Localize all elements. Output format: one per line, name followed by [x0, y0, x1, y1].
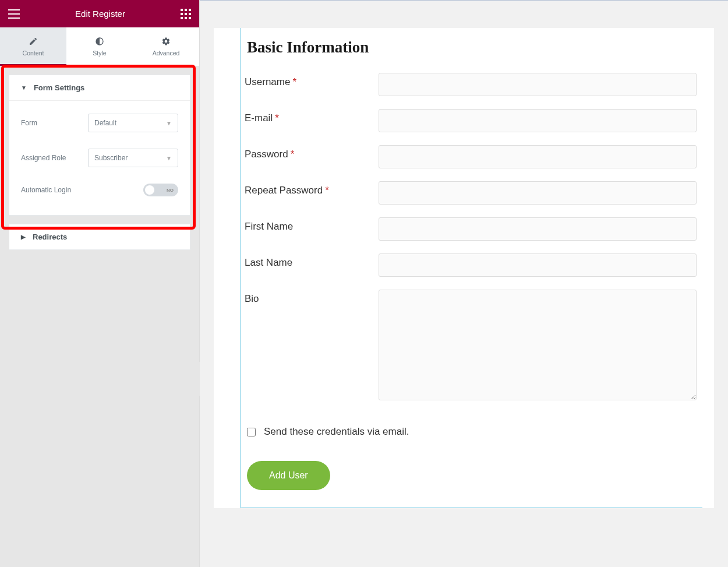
field-password: Password* [245, 145, 697, 168]
menu-icon[interactable] [8, 9, 20, 19]
assigned-role-select[interactable]: Subscriber ▼ [88, 149, 178, 167]
field-label: Last Name [245, 253, 379, 269]
form-heading: Basic Information [245, 38, 697, 57]
field-label: E-mail* [245, 109, 379, 124]
panel-redirects: ▶ Redirects [9, 224, 190, 250]
required-asterisk: * [292, 76, 296, 87]
send-credentials-row: Send these credentials via email. [247, 426, 697, 438]
first-name-input[interactable] [379, 217, 697, 241]
select-value: Default [94, 119, 116, 127]
last-name-input[interactable] [379, 253, 697, 277]
register-widget[interactable]: Basic Information Username* E-mail* Pass… [241, 28, 702, 508]
tab-style[interactable]: Style [66, 27, 133, 66]
send-credentials-checkbox[interactable] [247, 428, 256, 436]
field-repeat-password: Repeat Password* [245, 181, 697, 205]
apps-icon[interactable] [181, 9, 191, 19]
panel-title: Redirects [33, 233, 67, 241]
contrast-icon [95, 37, 104, 46]
automatic-login-toggle[interactable]: NO [143, 184, 178, 196]
canvas-top-border [200, 0, 728, 1]
panel-form-settings: ▼ Form Settings Form Default ▼ [9, 75, 190, 216]
toggle-state: NO [167, 188, 174, 193]
preview-canvas: Basic Information Username* E-mail* Pass… [200, 0, 728, 567]
add-user-button[interactable]: Add User [247, 461, 330, 490]
field-bio: Bio [245, 290, 697, 403]
chevron-down-icon: ▼ [166, 155, 172, 161]
field-email: E-mail* [245, 109, 697, 132]
sidebar-title: Edit Register [75, 9, 125, 19]
control-assigned-role: Assigned Role Subscriber ▼ [21, 140, 178, 175]
field-label: Password* [245, 145, 379, 160]
tab-content[interactable]: Content [0, 27, 66, 66]
select-value: Subscriber [94, 154, 128, 162]
field-last-name: Last Name [245, 253, 697, 277]
repeat-password-input[interactable] [379, 181, 697, 205]
sidebar-header: Edit Register [0, 0, 199, 27]
control-form: Form Default ▼ [21, 105, 178, 140]
username-input[interactable] [379, 73, 697, 96]
pencil-icon [29, 37, 38, 46]
chevron-down-icon: ▼ [166, 120, 172, 126]
gear-icon [161, 37, 171, 46]
field-label: Repeat Password* [245, 181, 379, 196]
email-input[interactable] [379, 109, 697, 132]
password-input[interactable] [379, 145, 697, 168]
caret-right-icon: ▶ [21, 234, 26, 240]
panel-body: Form Default ▼ Assigned Role Subs [9, 100, 190, 215]
control-label: Form [21, 119, 37, 127]
field-username: Username* [245, 73, 697, 96]
control-label: Automatic Login [21, 186, 71, 194]
checkbox-label: Send these credentials via email. [264, 426, 409, 438]
field-first-name: First Name [245, 217, 697, 241]
required-asterisk: * [325, 185, 329, 196]
control-label: Assigned Role [21, 154, 66, 162]
field-label: Username* [245, 73, 379, 88]
panels-wrapper: ▼ Form Settings Form Default ▼ [0, 66, 199, 267]
caret-down-icon: ▼ [21, 84, 27, 91]
form-select[interactable]: Default ▼ [88, 114, 178, 132]
control-automatic-login: Automatic Login NO [21, 175, 178, 205]
tab-advanced[interactable]: Advanced [133, 27, 199, 66]
panel-title: Form Settings [34, 83, 84, 92]
tab-label: Style [93, 50, 106, 57]
widget-canvas: Basic Information Username* E-mail* Pass… [214, 28, 714, 508]
required-asterisk: * [291, 149, 295, 160]
toggle-knob [145, 185, 154, 195]
tab-label: Advanced [153, 50, 180, 57]
editor-sidebar: Edit Register Content Style Advanced ▼ [0, 0, 200, 567]
editor-tabs: Content Style Advanced [0, 27, 199, 66]
panel-header-form-settings[interactable]: ▼ Form Settings [9, 75, 190, 100]
bio-textarea[interactable] [379, 290, 697, 400]
required-asterisk: * [275, 112, 279, 124]
tab-label: Content [23, 50, 44, 57]
panel-header-redirects[interactable]: ▶ Redirects [9, 224, 190, 249]
field-label: Bio [245, 290, 379, 305]
field-label: First Name [245, 217, 379, 233]
